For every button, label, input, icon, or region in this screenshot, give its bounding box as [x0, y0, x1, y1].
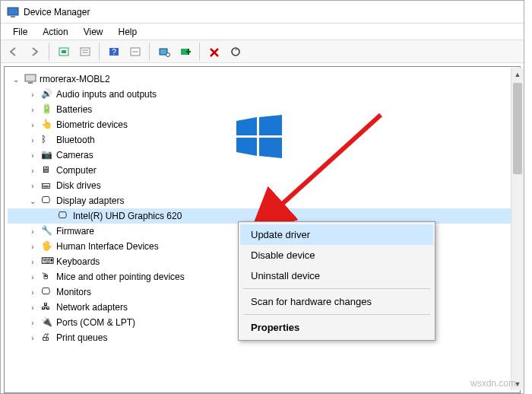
svg-rect-0: [8, 8, 18, 15]
menubar: File Action View Help: [1, 24, 524, 40]
toolbar: ?: [1, 40, 524, 63]
uninstall-button[interactable]: [204, 43, 224, 61]
svg-rect-4: [81, 48, 90, 56]
tree-node-label: Print queues: [56, 332, 107, 343]
expand-icon[interactable]: ›: [27, 121, 38, 129]
tree-node-label: Human Interface Devices: [56, 241, 159, 252]
tree-node[interactable]: ›🔊Audio inputs and outputs: [8, 87, 517, 102]
expand-icon[interactable]: ›: [27, 227, 38, 236]
device-category-icon: 📷: [41, 149, 53, 161]
device-category-icon: 🖵: [41, 195, 53, 207]
device-manager-icon: [7, 6, 19, 18]
ctx-separator: [243, 288, 430, 289]
device-category-icon: 🖱: [41, 271, 53, 283]
toolbar-separator: [199, 43, 201, 61]
ctx-disable-device[interactable]: Disable device: [240, 245, 433, 265]
svg-marker-16: [236, 117, 257, 135]
vertical-scrollbar[interactable]: ▲ ▼: [511, 68, 524, 390]
help-button[interactable]: ?: [104, 43, 124, 61]
titlebar: Device Manager: [1, 1, 524, 24]
device-category-icon: 🖵: [41, 286, 53, 298]
device-category-icon: 🔧: [41, 225, 53, 237]
device-category-icon: 🖨: [41, 332, 53, 344]
action-button[interactable]: [125, 43, 145, 61]
svg-rect-14: [25, 75, 36, 81]
menu-action[interactable]: Action: [35, 25, 75, 39]
svg-marker-18: [236, 138, 257, 156]
expand-icon[interactable]: ›: [27, 91, 38, 99]
toolbar-separator: [49, 43, 50, 61]
tree-node[interactable]: ⌄🖵Display adapters: [8, 193, 517, 208]
device-category-icon: 🔋: [41, 103, 53, 116]
properties-button[interactable]: [75, 43, 95, 61]
device-category-icon: 🔊: [41, 88, 53, 100]
tree-node-label: Network adapters: [56, 302, 128, 313]
device-category-icon: ⌨: [41, 256, 53, 268]
logo-overlay: [236, 115, 282, 160]
tree-node-label: Firmware: [56, 226, 94, 237]
scan-hardware-button[interactable]: [154, 43, 174, 61]
tree-node-label: Mice and other pointing devices: [56, 272, 185, 282]
tree-node-label: Monitors: [56, 287, 91, 297]
tree-root[interactable]: ⌄ rmorerax-MOBL2: [8, 71, 517, 87]
expand-icon[interactable]: ›: [27, 106, 38, 114]
tree-node-label: Cameras: [56, 150, 93, 160]
svg-point-11: [166, 52, 170, 56]
tree-node-label: Display adapters: [56, 195, 124, 206]
expand-icon[interactable]: ›: [27, 243, 38, 251]
device-category-icon: 👆: [41, 119, 53, 131]
toolbar-separator: [99, 43, 100, 61]
menu-view[interactable]: View: [76, 25, 111, 39]
tree-node-label: Bluetooth: [56, 135, 95, 145]
toolbar-separator: [149, 43, 150, 61]
computer-icon: [24, 73, 36, 85]
expand-icon[interactable]: ›: [27, 334, 38, 342]
ctx-scan-hardware[interactable]: Scan for hardware changes: [240, 291, 433, 312]
device-category-icon: 🖴: [41, 180, 53, 192]
expand-icon[interactable]: ›: [27, 167, 38, 175]
expand-icon[interactable]: ›: [27, 273, 38, 281]
watermark: wsxdn.com: [470, 378, 516, 389]
ctx-properties[interactable]: Properties: [240, 317, 433, 338]
device-icon: 🖵: [58, 210, 70, 222]
tree-node-label: Biometric devices: [56, 119, 128, 130]
svg-rect-3: [62, 50, 66, 53]
tree-node[interactable]: ›🖥Computer: [8, 163, 517, 178]
tree-node-label: Disk drives: [56, 180, 101, 191]
expand-icon[interactable]: ›: [27, 182, 38, 190]
device-category-icon: 🔌: [41, 316, 53, 329]
device-category-icon: 🖐: [41, 240, 53, 253]
expand-icon[interactable]: ›: [27, 258, 38, 266]
ctx-update-driver[interactable]: Update driver: [240, 224, 433, 245]
menu-help[interactable]: Help: [111, 25, 145, 39]
scroll-thumb[interactable]: [513, 83, 522, 174]
expand-icon[interactable]: ›: [27, 136, 38, 145]
expand-icon[interactable]: ›: [27, 288, 38, 297]
svg-text:?: ?: [112, 48, 116, 56]
root-label: rmorerax-MOBL2: [40, 74, 110, 84]
tree-node-label: Keyboards: [56, 256, 100, 267]
tree-node[interactable]: ›🖴Disk drives: [8, 178, 517, 193]
tree-node-label: Ports (COM & LPT): [56, 317, 135, 328]
svg-marker-19: [259, 138, 282, 158]
menu-file[interactable]: File: [5, 25, 35, 39]
svg-rect-15: [28, 82, 33, 84]
expand-icon[interactable]: ›: [27, 303, 38, 312]
show-hidden-button[interactable]: [54, 43, 74, 61]
collapse-icon[interactable]: ⌄: [11, 75, 21, 84]
back-button[interactable]: [4, 43, 24, 61]
device-category-icon: 🖧: [41, 301, 53, 313]
forward-button[interactable]: [25, 43, 45, 61]
tree-node-label: Batteries: [56, 104, 92, 115]
scroll-up-button[interactable]: ▲: [511, 68, 524, 81]
update-driver-button[interactable]: [226, 43, 245, 61]
tree-node-label: Computer: [56, 165, 97, 176]
expand-icon[interactable]: ⌄: [27, 197, 38, 205]
device-category-icon: ᛒ: [41, 134, 53, 146]
ctx-uninstall-device[interactable]: Uninstall device: [240, 265, 433, 286]
expand-icon[interactable]: ›: [27, 151, 38, 160]
add-legacy-button[interactable]: [176, 43, 195, 61]
expand-icon[interactable]: ›: [27, 319, 38, 327]
tree-leaf-label: Intel(R) UHD Graphics 620: [73, 211, 182, 221]
svg-marker-17: [259, 115, 282, 135]
